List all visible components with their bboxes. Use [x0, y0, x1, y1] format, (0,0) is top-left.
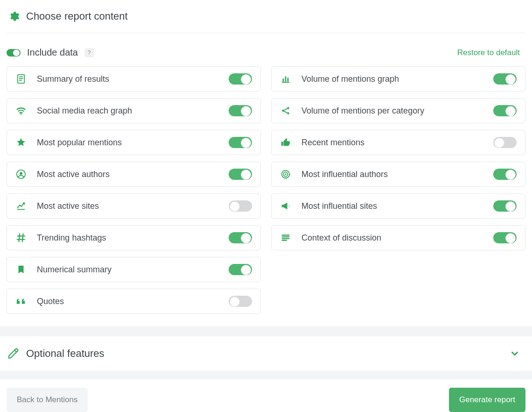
toggle-popular-mentions[interactable]	[229, 137, 252, 148]
toggle-active-sites[interactable]	[229, 200, 252, 212]
card-label: Most influential sites	[301, 201, 377, 211]
toggle-context[interactable]	[493, 232, 517, 243]
card-label: Quotes	[37, 297, 64, 306]
card-summary: Summary of results	[7, 66, 261, 92]
user-circle-icon	[15, 169, 27, 180]
toggle-quotes[interactable]	[229, 296, 252, 307]
card-quotes: Quotes	[7, 289, 261, 314]
divider	[0, 326, 532, 336]
card-recent-mentions: Recent mentions	[271, 130, 525, 155]
thumb-up-icon	[280, 137, 291, 148]
pencil-icon	[7, 348, 20, 360]
card-influential-sites: Most influential sites	[271, 193, 525, 219]
toggle-volume-graph[interactable]	[493, 73, 517, 85]
toggle-summary[interactable]	[229, 73, 252, 85]
section-header: Choose report content	[7, 0, 525, 33]
card-label: Social media reach graph	[37, 106, 132, 116]
card-numerical-summary: Numerical summary	[7, 257, 261, 282]
document-icon	[15, 73, 27, 85]
generate-report-button[interactable]: Generate report	[449, 388, 525, 412]
gear-icon	[7, 10, 20, 22]
card-social-reach: Social media reach graph	[7, 98, 261, 123]
include-data-master-toggle[interactable]	[7, 49, 21, 57]
share-icon	[280, 105, 291, 116]
target-icon	[280, 169, 291, 180]
card-label: Recent mentions	[301, 138, 364, 148]
card-label: Trending hashtags	[37, 233, 106, 243]
wifi-icon	[15, 105, 27, 116]
toggle-influential-authors[interactable]	[493, 169, 517, 180]
card-active-authors: Most active authors	[7, 162, 261, 187]
toggle-trending-hashtags[interactable]	[229, 232, 252, 243]
card-trending-hashtags: Trending hashtags	[7, 225, 261, 250]
line-chart-icon	[15, 200, 27, 212]
toggle-influential-sites[interactable]	[493, 200, 517, 212]
card-label: Most popular mentions	[37, 138, 122, 148]
optional-features-toggle[interactable]: Optional features	[7, 336, 525, 371]
card-volume-category: Volume of mentions per category	[271, 98, 525, 123]
restore-default-link[interactable]: Restore to default	[457, 48, 520, 57]
divider	[0, 371, 532, 379]
optional-features-title: Optional features	[26, 348, 105, 360]
card-context: Context of discussion	[271, 225, 525, 250]
quote-icon	[15, 296, 27, 307]
toggle-recent-mentions[interactable]	[493, 137, 517, 148]
back-button[interactable]: Back to Mentions	[7, 388, 88, 412]
toggle-volume-category[interactable]	[493, 105, 517, 116]
card-influential-authors: Most influential authors	[271, 162, 525, 187]
toggle-numerical-summary[interactable]	[229, 264, 252, 275]
card-label: Volume of mentions graph	[301, 74, 399, 84]
card-label: Context of discussion	[301, 233, 381, 243]
card-volume-graph: Volume of mentions graph	[271, 66, 525, 92]
star-icon	[15, 137, 27, 148]
toggle-social-reach[interactable]	[229, 105, 252, 116]
toggle-active-authors[interactable]	[229, 169, 252, 180]
include-data-label: Include data	[27, 47, 78, 58]
help-icon[interactable]: ?	[84, 48, 94, 57]
card-active-sites: Most active sites	[7, 193, 261, 219]
card-label: Most active authors	[37, 170, 110, 179]
bar-chart-icon	[280, 73, 291, 85]
megaphone-icon	[280, 200, 291, 212]
card-label: Most active sites	[37, 201, 99, 211]
list-icon	[280, 232, 291, 243]
card-label: Most influential authors	[301, 170, 388, 179]
hash-icon	[15, 232, 27, 243]
card-popular-mentions: Most popular mentions	[7, 130, 261, 155]
chevron-down-icon	[510, 348, 520, 359]
section-title: Choose report content	[26, 10, 128, 22]
bookmark-icon	[15, 264, 27, 275]
card-label: Summary of results	[37, 74, 109, 84]
card-label: Volume of mentions per category	[301, 106, 424, 116]
card-label: Numerical summary	[37, 265, 112, 275]
